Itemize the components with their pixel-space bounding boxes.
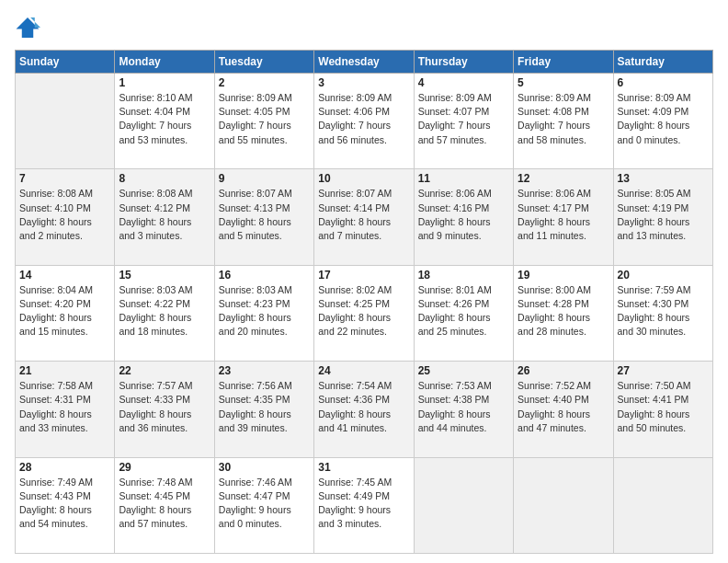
- calendar-day-cell: 17Sunrise: 8:02 AM Sunset: 4:25 PM Dayli…: [314, 265, 414, 361]
- calendar-day-cell: 13Sunrise: 8:05 AM Sunset: 4:19 PM Dayli…: [613, 169, 712, 265]
- day-info: Sunrise: 8:05 AM Sunset: 4:19 PM Dayligh…: [618, 187, 709, 243]
- calendar-header-row: SundayMondayTuesdayWednesdayThursdayFrid…: [16, 51, 713, 74]
- day-info: Sunrise: 8:09 AM Sunset: 4:05 PM Dayligh…: [219, 91, 310, 147]
- day-info: Sunrise: 8:03 AM Sunset: 4:22 PM Dayligh…: [119, 283, 210, 339]
- day-number: 16: [219, 269, 310, 282]
- day-number: 27: [618, 364, 709, 377]
- day-of-week-header: Wednesday: [314, 51, 414, 74]
- day-number: 15: [119, 269, 210, 282]
- day-info: Sunrise: 7:54 AM Sunset: 4:36 PM Dayligh…: [318, 379, 409, 435]
- day-info: Sunrise: 8:06 AM Sunset: 4:16 PM Dayligh…: [418, 187, 509, 243]
- calendar-day-cell: 16Sunrise: 8:03 AM Sunset: 4:23 PM Dayli…: [214, 265, 313, 361]
- day-info: Sunrise: 7:58 AM Sunset: 4:31 PM Dayligh…: [19, 379, 110, 435]
- day-number: 14: [19, 269, 110, 282]
- day-info: Sunrise: 7:49 AM Sunset: 4:43 PM Dayligh…: [19, 476, 110, 532]
- day-info: Sunrise: 8:09 AM Sunset: 4:07 PM Dayligh…: [418, 91, 509, 147]
- day-info: Sunrise: 8:09 AM Sunset: 4:06 PM Dayligh…: [318, 91, 409, 147]
- day-number: 24: [318, 364, 409, 377]
- calendar-day-cell: 11Sunrise: 8:06 AM Sunset: 4:16 PM Dayli…: [414, 169, 513, 265]
- calendar-day-cell: 18Sunrise: 8:01 AM Sunset: 4:26 PM Dayli…: [414, 265, 513, 361]
- day-info: Sunrise: 8:04 AM Sunset: 4:20 PM Dayligh…: [19, 283, 110, 339]
- calendar-day-cell: 7Sunrise: 8:08 AM Sunset: 4:10 PM Daylig…: [16, 169, 115, 265]
- header: [15, 15, 713, 40]
- day-number: 19: [518, 269, 609, 282]
- day-of-week-header: Tuesday: [214, 51, 313, 74]
- page: SundayMondayTuesdayWednesdayThursdayFrid…: [0, 0, 728, 563]
- day-info: Sunrise: 7:57 AM Sunset: 4:33 PM Dayligh…: [119, 379, 210, 435]
- day-info: Sunrise: 7:52 AM Sunset: 4:40 PM Dayligh…: [518, 379, 609, 435]
- calendar-day-cell: 24Sunrise: 7:54 AM Sunset: 4:36 PM Dayli…: [314, 362, 414, 457]
- calendar-day-cell: 6Sunrise: 8:09 AM Sunset: 4:09 PM Daylig…: [613, 74, 712, 169]
- day-info: Sunrise: 8:09 AM Sunset: 4:09 PM Dayligh…: [618, 91, 709, 147]
- day-number: 6: [618, 76, 709, 89]
- logo-icon: [15, 15, 40, 40]
- logo: [15, 15, 44, 40]
- day-number: 12: [518, 172, 609, 185]
- calendar-day-cell: 31Sunrise: 7:45 AM Sunset: 4:49 PM Dayli…: [314, 457, 414, 553]
- day-of-week-header: Monday: [115, 51, 214, 74]
- day-number: 2: [219, 76, 310, 89]
- calendar-week-row: 21Sunrise: 7:58 AM Sunset: 4:31 PM Dayli…: [16, 362, 713, 457]
- calendar-day-cell: [414, 457, 513, 553]
- day-of-week-header: Sunday: [16, 51, 115, 74]
- day-number: 28: [19, 461, 110, 474]
- calendar-day-cell: 15Sunrise: 8:03 AM Sunset: 4:22 PM Dayli…: [115, 265, 214, 361]
- day-info: Sunrise: 7:45 AM Sunset: 4:49 PM Dayligh…: [318, 476, 409, 532]
- calendar-week-row: 28Sunrise: 7:49 AM Sunset: 4:43 PM Dayli…: [16, 457, 713, 553]
- calendar-day-cell: 10Sunrise: 8:07 AM Sunset: 4:14 PM Dayli…: [314, 169, 414, 265]
- day-info: Sunrise: 7:53 AM Sunset: 4:38 PM Dayligh…: [418, 379, 509, 435]
- calendar-day-cell: 5Sunrise: 8:09 AM Sunset: 4:08 PM Daylig…: [514, 74, 613, 169]
- day-info: Sunrise: 7:56 AM Sunset: 4:35 PM Dayligh…: [219, 379, 310, 435]
- day-number: 23: [219, 364, 310, 377]
- calendar-day-cell: [613, 457, 712, 553]
- calendar-day-cell: 2Sunrise: 8:09 AM Sunset: 4:05 PM Daylig…: [214, 74, 313, 169]
- day-info: Sunrise: 8:01 AM Sunset: 4:26 PM Dayligh…: [418, 283, 509, 339]
- day-info: Sunrise: 8:00 AM Sunset: 4:28 PM Dayligh…: [518, 283, 609, 339]
- day-number: 26: [518, 364, 609, 377]
- calendar-day-cell: 29Sunrise: 7:48 AM Sunset: 4:45 PM Dayli…: [115, 457, 214, 553]
- day-info: Sunrise: 8:09 AM Sunset: 4:08 PM Dayligh…: [518, 91, 609, 147]
- day-info: Sunrise: 8:10 AM Sunset: 4:04 PM Dayligh…: [119, 91, 210, 147]
- day-info: Sunrise: 7:50 AM Sunset: 4:41 PM Dayligh…: [618, 379, 709, 435]
- day-number: 13: [618, 172, 709, 185]
- day-number: 25: [418, 364, 509, 377]
- calendar-day-cell: 8Sunrise: 8:08 AM Sunset: 4:12 PM Daylig…: [115, 169, 214, 265]
- calendar-table: SundayMondayTuesdayWednesdayThursdayFrid…: [15, 50, 713, 554]
- day-number: 3: [318, 76, 409, 89]
- calendar-week-row: 1Sunrise: 8:10 AM Sunset: 4:04 PM Daylig…: [16, 74, 713, 169]
- day-number: 20: [618, 269, 709, 282]
- calendar-day-cell: 9Sunrise: 8:07 AM Sunset: 4:13 PM Daylig…: [214, 169, 313, 265]
- day-number: 4: [418, 76, 509, 89]
- calendar-day-cell: [514, 457, 613, 553]
- calendar-week-row: 7Sunrise: 8:08 AM Sunset: 4:10 PM Daylig…: [16, 169, 713, 265]
- calendar-day-cell: 3Sunrise: 8:09 AM Sunset: 4:06 PM Daylig…: [314, 74, 414, 169]
- day-of-week-header: Saturday: [613, 51, 712, 74]
- calendar-week-row: 14Sunrise: 8:04 AM Sunset: 4:20 PM Dayli…: [16, 265, 713, 361]
- calendar-day-cell: 4Sunrise: 8:09 AM Sunset: 4:07 PM Daylig…: [414, 74, 513, 169]
- calendar-day-cell: 14Sunrise: 8:04 AM Sunset: 4:20 PM Dayli…: [16, 265, 115, 361]
- calendar-day-cell: 27Sunrise: 7:50 AM Sunset: 4:41 PM Dayli…: [613, 362, 712, 457]
- day-number: 30: [219, 461, 310, 474]
- day-number: 22: [119, 364, 210, 377]
- day-number: 31: [318, 461, 409, 474]
- day-number: 5: [518, 76, 609, 89]
- day-info: Sunrise: 8:07 AM Sunset: 4:13 PM Dayligh…: [219, 187, 310, 243]
- day-of-week-header: Thursday: [414, 51, 513, 74]
- day-number: 1: [119, 76, 210, 89]
- calendar-day-cell: 23Sunrise: 7:56 AM Sunset: 4:35 PM Dayli…: [214, 362, 313, 457]
- day-number: 7: [19, 172, 110, 185]
- day-info: Sunrise: 8:08 AM Sunset: 4:10 PM Dayligh…: [19, 187, 110, 243]
- day-info: Sunrise: 7:59 AM Sunset: 4:30 PM Dayligh…: [618, 283, 709, 339]
- calendar-day-cell: 25Sunrise: 7:53 AM Sunset: 4:38 PM Dayli…: [414, 362, 513, 457]
- day-info: Sunrise: 8:02 AM Sunset: 4:25 PM Dayligh…: [318, 283, 409, 339]
- day-number: 9: [219, 172, 310, 185]
- day-number: 17: [318, 269, 409, 282]
- day-info: Sunrise: 8:08 AM Sunset: 4:12 PM Dayligh…: [119, 187, 210, 243]
- calendar-day-cell: 21Sunrise: 7:58 AM Sunset: 4:31 PM Dayli…: [16, 362, 115, 457]
- calendar-day-cell: 19Sunrise: 8:00 AM Sunset: 4:28 PM Dayli…: [514, 265, 613, 361]
- calendar-day-cell: 1Sunrise: 8:10 AM Sunset: 4:04 PM Daylig…: [115, 74, 214, 169]
- calendar-day-cell: [16, 74, 115, 169]
- calendar-day-cell: 26Sunrise: 7:52 AM Sunset: 4:40 PM Dayli…: [514, 362, 613, 457]
- calendar-day-cell: 12Sunrise: 8:06 AM Sunset: 4:17 PM Dayli…: [514, 169, 613, 265]
- calendar-day-cell: 22Sunrise: 7:57 AM Sunset: 4:33 PM Dayli…: [115, 362, 214, 457]
